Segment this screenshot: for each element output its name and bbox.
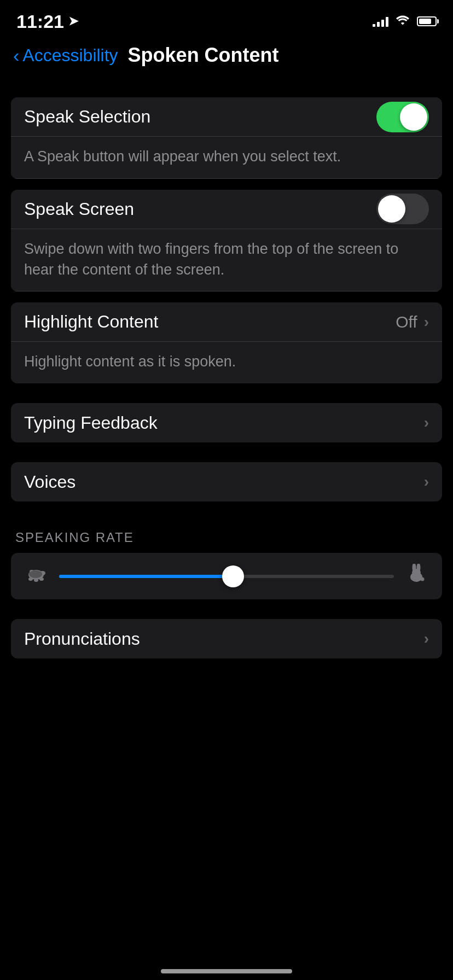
speak-screen-description: Swipe down with two fingers from the top… (11, 229, 442, 292)
pronunciations-section: Pronunciations › (11, 619, 442, 658)
status-icons (373, 15, 437, 28)
voices-chevron-icon: › (424, 473, 429, 491)
location-arrow-icon: ➤ (68, 14, 78, 28)
home-indicator (161, 969, 292, 973)
svg-point-10 (412, 569, 421, 576)
voices-row[interactable]: Voices › (11, 462, 442, 501)
speaking-rate-row (11, 553, 442, 599)
speaking-rate-section: SPEAKING RATE (11, 521, 442, 599)
typing-feedback-label: Typing Feedback (24, 413, 158, 433)
slider-track (59, 575, 394, 578)
battery-icon (417, 16, 437, 26)
highlight-content-value-group: Off › (396, 313, 429, 331)
typing-feedback-section: Typing Feedback › (11, 403, 442, 442)
svg-point-3 (34, 579, 38, 582)
nav-header: ‹ Accessibility Spoken Content (0, 38, 453, 78)
speak-selection-toggle[interactable] (376, 102, 429, 132)
fast-speed-icon (405, 564, 429, 588)
pronunciations-row[interactable]: Pronunciations › (11, 619, 442, 658)
speak-screen-label: Speak Screen (24, 199, 134, 219)
speak-screen-section: Speak Screen Swipe down with two fingers… (11, 190, 442, 292)
speak-selection-row[interactable]: Speak Selection (11, 97, 442, 137)
back-chevron-icon: ‹ (13, 46, 19, 65)
voices-section: Voices › (11, 462, 442, 501)
signal-bars-icon (373, 16, 388, 27)
slow-speed-icon (24, 564, 48, 588)
pronunciations-chevron-icon: › (424, 630, 429, 648)
slider-fill (59, 575, 233, 578)
speaking-rate-section-label: SPEAKING RATE (11, 521, 442, 553)
highlight-content-value: Off (396, 313, 417, 331)
highlight-content-description: Highlight content as it is spoken. (11, 342, 442, 383)
wifi-icon (396, 15, 409, 28)
speak-screen-toggle[interactable] (376, 194, 429, 224)
slider-knob[interactable] (222, 565, 244, 587)
typing-feedback-chevron-icon: › (424, 414, 429, 431)
typing-feedback-row[interactable]: Typing Feedback › (11, 403, 442, 442)
highlight-content-section: Highlight Content Off › Highlight conten… (11, 302, 442, 383)
svg-point-6 (29, 570, 42, 578)
svg-point-11 (421, 578, 425, 581)
svg-point-2 (28, 578, 33, 581)
highlight-content-desc-text: Highlight content as it is spoken. (24, 353, 236, 370)
speak-screen-row[interactable]: Speak Screen (11, 190, 442, 229)
voices-label: Voices (24, 472, 76, 492)
pronunciations-label: Pronunciations (24, 629, 140, 649)
svg-point-4 (39, 578, 44, 581)
back-button[interactable]: ‹ Accessibility (13, 45, 118, 66)
speak-screen-desc-text: Swipe down with two fingers from the top… (24, 241, 398, 278)
speak-selection-label: Speak Selection (24, 107, 150, 127)
speak-selection-desc-text: A Speak button will appear when you sele… (24, 148, 341, 165)
speak-selection-knob (400, 103, 427, 131)
highlight-content-chevron-icon: › (424, 313, 429, 331)
speaking-rate-slider-container[interactable] (59, 567, 394, 586)
back-label: Accessibility (22, 45, 118, 66)
highlight-content-row[interactable]: Highlight Content Off › (11, 302, 442, 342)
page-title: Spoken Content (128, 44, 279, 67)
speak-screen-knob (378, 195, 405, 223)
speak-selection-description: A Speak button will appear when you sele… (11, 137, 442, 179)
status-time: 11:21 ➤ (16, 11, 78, 32)
time-label: 11:21 (16, 11, 64, 32)
highlight-content-label: Highlight Content (24, 312, 158, 332)
status-bar: 11:21 ➤ (0, 0, 453, 38)
speak-selection-section: Speak Selection A Speak button will appe… (11, 97, 442, 179)
